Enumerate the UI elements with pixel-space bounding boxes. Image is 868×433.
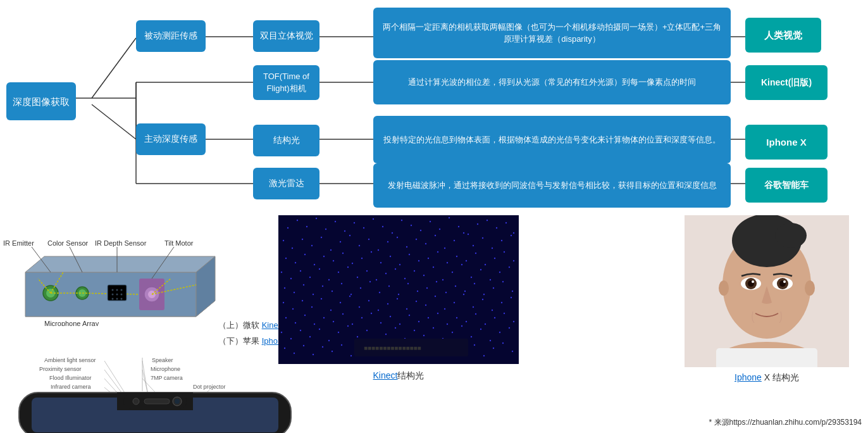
svg-point-196 xyxy=(417,291,418,292)
svg-point-172 xyxy=(423,275,425,276)
svg-point-179 xyxy=(490,279,491,280)
svg-point-110 xyxy=(311,245,313,246)
svg-point-275 xyxy=(452,332,453,333)
svg-point-191 xyxy=(369,281,371,282)
svg-point-128 xyxy=(482,237,483,239)
left-panel: IR Emitter Color Sensor IR Depth Sensor … xyxy=(0,215,240,433)
svg-point-271 xyxy=(414,330,415,331)
svg-point-239 xyxy=(352,323,353,325)
example-kinect-old: Kinect(旧版) xyxy=(745,65,828,100)
svg-point-114 xyxy=(349,235,350,236)
svg-point-161 xyxy=(319,268,320,270)
svg-point-87 xyxy=(335,221,336,222)
svg-point-141 xyxy=(371,251,372,253)
svg-point-41 xyxy=(112,294,114,296)
svg-point-103 xyxy=(487,220,488,221)
svg-text:IR Emitter: IR Emitter xyxy=(3,239,34,247)
svg-point-199 xyxy=(445,292,447,293)
svg-point-165 xyxy=(357,277,358,278)
svg-point-176 xyxy=(461,264,462,265)
svg-point-133 xyxy=(295,262,296,263)
active-node: 主动深度传感 xyxy=(136,123,206,155)
svg-point-46 xyxy=(121,298,123,300)
svg-point-164 xyxy=(347,267,349,268)
lidar-label: 激光雷达 xyxy=(269,177,304,190)
svg-point-220 xyxy=(406,308,407,310)
svg-point-99 xyxy=(449,217,450,218)
svg-point-151 xyxy=(466,260,467,261)
tof-desc: 通过计算光波的相位差，得到从光源（常见的有红外光源）到每一像素点的时间 xyxy=(373,60,731,104)
svg-point-168 xyxy=(385,273,387,274)
svg-point-273 xyxy=(433,327,434,329)
svg-point-209 xyxy=(302,300,303,301)
svg-point-241 xyxy=(371,313,372,314)
svg-point-183 xyxy=(294,292,295,293)
svg-point-44 xyxy=(112,298,114,300)
svg-point-277 xyxy=(471,336,472,337)
svg-point-262 xyxy=(328,340,330,341)
svg-point-162 xyxy=(328,279,330,280)
svg-text:■■■■■■■■■■■■■■■: ■■■■■■■■■■■■■■■ xyxy=(364,344,421,351)
svg-point-113 xyxy=(340,241,341,242)
svg-point-280 xyxy=(499,332,500,333)
svg-point-43 xyxy=(121,294,123,296)
svg-point-144 xyxy=(399,264,400,265)
svg-point-178 xyxy=(480,269,481,270)
svg-point-129 xyxy=(492,248,493,249)
svg-point-150 xyxy=(456,256,457,257)
svg-point-121 xyxy=(416,239,417,240)
svg-point-258 xyxy=(290,338,292,339)
svg-point-305 xyxy=(502,342,504,344)
svg-point-95 xyxy=(411,225,412,226)
svg-point-169 xyxy=(395,268,396,270)
svg-text:Microphone Array: Microphone Array xyxy=(44,320,99,326)
svg-point-166 xyxy=(366,270,368,272)
svg-point-105 xyxy=(505,222,507,223)
svg-point-204 xyxy=(493,287,494,289)
svg-point-143 xyxy=(390,256,391,257)
svg-point-285 xyxy=(313,354,314,355)
svg-point-132 xyxy=(285,258,287,259)
example-kinect-label: Kinect(旧版) xyxy=(761,77,812,89)
svg-point-230 xyxy=(501,302,502,303)
svg-point-40 xyxy=(121,289,123,291)
svg-point-131 xyxy=(511,235,512,236)
svg-point-194 xyxy=(398,294,399,295)
svg-point-80 xyxy=(175,399,180,404)
svg-text:7MP camera: 7MP camera xyxy=(151,375,183,381)
tof-desc-text: 通过计算光波的相位差，得到从光源（常见的有红外光源）到每一像素点的时间 xyxy=(408,76,696,89)
svg-point-216 xyxy=(368,300,369,301)
svg-point-212 xyxy=(330,310,332,311)
svg-point-240 xyxy=(361,317,363,318)
svg-point-122 xyxy=(425,243,426,244)
svg-point-224 xyxy=(444,308,445,310)
sl-desc-text: 投射特定的光信息到物体表面，根据物体造成的光信号变化来计算物体的位置和深度等信息… xyxy=(383,134,721,146)
svg-point-42 xyxy=(116,294,118,296)
svg-point-197 xyxy=(426,287,428,289)
svg-point-93 xyxy=(392,232,393,234)
example-iphone-label: Iphone X xyxy=(766,135,806,149)
lidar-desc: 发射电磁波脉冲，通过将接收到的同波信号与发射信号相比较，获得目标的位置和深度信息 xyxy=(373,163,731,208)
svg-point-302 xyxy=(474,344,475,346)
svg-point-245 xyxy=(409,315,410,316)
svg-point-278 xyxy=(480,329,481,330)
svg-point-287 xyxy=(332,351,333,352)
svg-point-96 xyxy=(420,230,421,231)
svg-point-207 xyxy=(283,302,284,303)
face-svg xyxy=(685,215,849,367)
svg-point-102 xyxy=(477,223,478,225)
svg-point-283 xyxy=(294,353,295,354)
svg-point-39 xyxy=(116,289,118,291)
svg-text:Dot projector: Dot projector xyxy=(193,384,226,390)
svg-point-231 xyxy=(511,297,512,298)
svg-text:Speaker: Speaker xyxy=(152,357,173,363)
svg-point-180 xyxy=(499,272,500,273)
svg-rect-311 xyxy=(716,348,817,367)
svg-point-127 xyxy=(473,245,474,246)
svg-point-91 xyxy=(373,218,374,220)
svg-point-147 xyxy=(428,258,429,259)
svg-point-185 xyxy=(313,294,314,295)
svg-point-184 xyxy=(303,284,304,286)
svg-point-205 xyxy=(502,281,504,282)
face-image-container xyxy=(685,215,849,367)
